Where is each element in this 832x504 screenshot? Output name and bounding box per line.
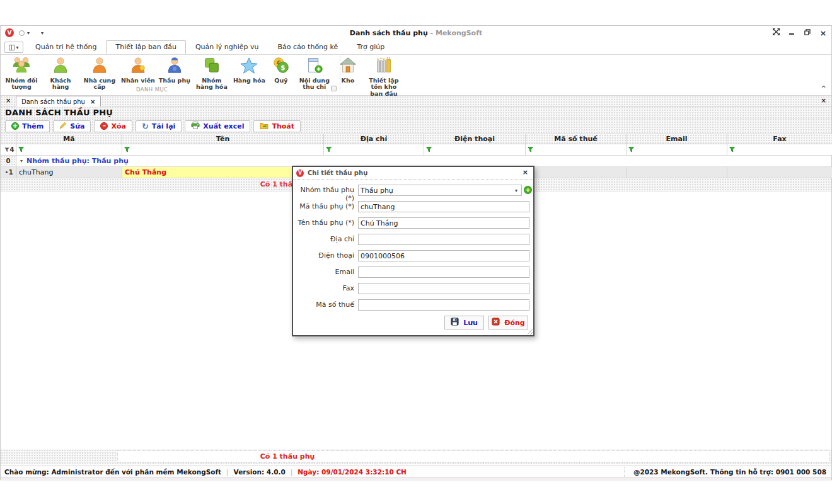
coins-icon: €$ [272,56,291,77]
field-row-nhom-thau-phu: Nhóm thầu phụ (*) ▾ + [293,185,533,196]
ribbon-group-label: DANH MỤC [136,86,168,93]
delete-button[interactable]: – Xóa [94,120,132,132]
filter-cell-email[interactable] [627,144,727,156]
group-people-icon [12,56,31,77]
column-header-dia-chi[interactable]: Địa chỉ [324,134,424,144]
ribbon-collapse-icon[interactable]: ^ [821,85,826,92]
warehouse-icon [338,56,357,77]
field-row-ma-thau-phu: Mã thầu phụ (*) [293,201,533,212]
tab-quan-tri-he-thong[interactable]: Quản trị hệ thống [26,40,106,54]
column-header-ma-so-thue[interactable]: Mã số thuế [526,134,627,144]
column-header-ten[interactable]: Tên [122,134,324,144]
export-excel-label: Xuất excel [203,122,244,130]
tab-tro-giup[interactable]: Trợ giúp [347,40,394,54]
field-row-fax: Fax [293,283,533,294]
product-group-icon [202,56,221,77]
page-title-bar: DANH SÁCH THẦU PHỤ [1,106,831,118]
tab-quan-ly-nghiep-vu[interactable]: Quản lý nghiệp vụ [186,40,269,54]
filter-cell-ten[interactable] [122,144,324,156]
cell-fax[interactable] [727,167,832,178]
ribbon-item-nha-cung-cap[interactable]: Nhà cung cấp [80,55,119,91]
dialog-title-bar[interactable]: V Chi tiết thầu phụ × [293,167,533,180]
ribbon-item-noi-dung-thu-chi[interactable]: Nội dung thu chi [295,55,334,91]
dia-chi-input[interactable] [358,234,529,245]
dialog-close-icon[interactable]: × [523,168,528,176]
close-strip-icon[interactable]: × [821,97,826,104]
column-header-email[interactable]: Email [627,134,727,144]
filter-cell-fax[interactable] [727,144,832,156]
svg-text:$: $ [280,64,285,71]
ma-so-thue-input[interactable] [358,299,529,311]
filter-cell-dia-chi[interactable] [324,144,424,156]
fax-input[interactable] [358,283,529,294]
filter-cell-ma[interactable] [16,144,122,156]
grid-footer-panel [117,450,829,462]
cell-ma-so-thue[interactable] [526,167,627,178]
filter-cell-ma-so-thue[interactable] [526,144,627,156]
quick-access-circle-icon[interactable] [19,30,25,36]
column-header-dien-thoai[interactable]: Điện thoại [424,134,526,144]
export-excel-button[interactable]: Xuất excel [185,120,250,132]
email-input[interactable] [358,266,529,278]
field-row-email: Email [293,266,533,278]
tab-bao-cao-thong-ke[interactable]: Báo cáo thống kê [269,40,348,54]
add-button[interactable]: + Thêm [5,120,50,132]
status-bar: Chào mừng: Administrator đến với phần mề… [1,466,831,477]
ten-thau-phu-input[interactable] [358,217,529,229]
group-dialog-launcher-icon[interactable] [331,86,337,91]
ribbon-item-khach-hang[interactable]: Khách hàng [41,55,80,91]
group-collapse-icon[interactable]: ▾ [20,158,23,164]
edit-button[interactable]: Sửa [53,120,91,132]
floppy-disk-icon [451,318,459,328]
column-header-ma[interactable]: Mã [16,134,122,144]
window-title: Danh sách thầu phụ - MekongSoft [1,29,831,37]
close-tab-icon[interactable]: × [90,98,95,105]
ma-thau-phu-input[interactable] [358,201,529,212]
group-row-indicator: 0 [1,156,16,167]
ribbon-item-nhom-hang-hoa[interactable]: Nhóm hàng hóa [192,55,231,91]
close-dialog-button[interactable]: Đóng [488,316,528,329]
app-logo-icon[interactable]: V [5,28,14,37]
ribbon-tab-row: ▾ Quản trị hệ thống Thiết lập ban đầu Qu… [1,40,831,55]
ribbon-item-nhom-doi-tuong[interactable]: Nhóm đối tượng [2,55,41,91]
exit-button[interactable]: Thoát [253,120,301,132]
combo-dropdown-icon[interactable]: ▾ [515,188,517,193]
toolbar-options-icon[interactable]: ▾ [41,30,43,36]
close-all-tabs-icon[interactable]: × [6,97,11,104]
minimize-button[interactable] [787,29,796,37]
layout-switcher-button[interactable]: ▾ [4,42,23,53]
nhom-thau-phu-combo[interactable] [358,185,522,196]
add-group-button[interactable]: + [524,186,532,194]
footer-summary-text: Có 1 thầu phụ [231,452,344,461]
ribbon-item-thau-phu[interactable]: Thầu phụ [157,55,192,84]
close-button[interactable]: × [819,28,828,38]
version-text: Version: 4.0.0 [234,468,286,476]
field-label: Điện thoại [293,251,354,260]
field-label: Tên thầu phụ (*) [293,219,354,227]
ribbon-item-thiet-lap-ton-kho[interactable]: Thiết lập tồn kho ban đầu [362,55,406,98]
filter-cell-dien-thoai[interactable] [424,144,526,156]
dien-thoai-input[interactable] [358,250,529,261]
restore-button[interactable] [803,29,812,37]
title-bar: V ▾ ▾ Danh sách thầu phụ - MekongSoft × [1,26,831,40]
resize-grip[interactable] [527,329,533,335]
screen-resize-icon[interactable] [771,28,780,37]
ribbon-item-kho[interactable]: Kho [334,55,362,84]
ribbon-item-quy[interactable]: €$ Quỹ [267,55,295,84]
cell-ma[interactable]: chuThang [16,167,122,178]
ribbon-item-hang-hoa[interactable]: Hàng hóa [231,55,267,84]
tab-thiet-lap-ban-dau[interactable]: Thiết lập ban đầu [106,40,186,54]
cell-email[interactable] [627,167,727,178]
ribbon-item-nhan-vien[interactable]: Nhân viên [119,55,157,84]
field-row-ten-thau-phu: Tên thầu phụ (*) [293,217,533,229]
stock-columns-icon [374,56,393,77]
quick-access-toolbar[interactable]: ▾ ▾ [19,30,43,36]
chevron-down-icon: ▾ [16,45,18,50]
star-icon [240,56,258,77]
save-button[interactable]: Lưu [444,316,484,329]
document-tab-danh-sach-thau-phu[interactable]: Danh sách thầu phụ × [16,96,101,106]
chevron-down-icon[interactable]: ▾ [27,30,30,36]
close-label: Đóng [504,319,524,327]
reload-button[interactable]: ↻ Tải lại [136,120,182,132]
column-header-fax[interactable]: Fax [727,134,832,144]
